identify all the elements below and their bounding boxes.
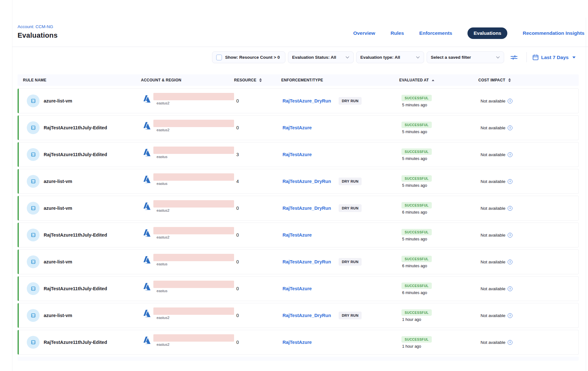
sort-icon[interactable] (508, 78, 511, 82)
rule-name: RajTestAzure11thJuly-Edited (44, 152, 107, 157)
cost-impact-cell: Not available i (480, 169, 578, 193)
rule-name: RajTestAzure11thJuly-Edited (44, 125, 107, 130)
azure-icon (142, 121, 152, 132)
enforcement-link[interactable]: RajTestAzure (283, 125, 339, 130)
info-icon[interactable]: i (508, 233, 512, 238)
enforcement-link[interactable]: RajTestAzure_DryRun (283, 259, 339, 264)
col-cost-impact[interactable]: COST IMPACT (478, 78, 579, 82)
info-icon[interactable]: i (508, 152, 512, 157)
enforcement-cell: RajTestAzure (283, 223, 401, 247)
enforcement-link[interactable]: RajTestAzure_DryRun (283, 206, 339, 211)
evaluation-type-value: Evaluation type: All (360, 55, 400, 60)
info-icon[interactable]: i (508, 206, 512, 211)
enforcement-cell: RajTestAzure (283, 330, 401, 354)
status-badge: SUCCESSFUL (401, 148, 432, 155)
table-row[interactable]: {:} azure-list-vm eastus 4 RajTestAzure_… (18, 169, 579, 194)
enforcement-link[interactable]: RajTestAzure (283, 232, 339, 238)
table-row[interactable]: {:} RajTestAzure11thJuly-Edited eastus 0… (18, 276, 579, 301)
table-row[interactable]: {:} azure-list-vm eastus2 0 RajTestAzure… (18, 88, 579, 113)
cost-impact-cell: Not available i (480, 223, 578, 247)
table-row[interactable]: {:} RajTestAzure11thJuly-Edited eastus 3… (18, 142, 579, 167)
enforcement-link[interactable]: RajTestAzure (283, 340, 339, 345)
evaluated-at-cell: SUCCESSFUL 5 minutes ago (401, 89, 480, 113)
status-badge: SUCCESSFUL (401, 175, 432, 182)
breadcrumb[interactable]: Account: CCM-NG (18, 24, 53, 29)
nav-evaluations-active[interactable]: Evaluations (467, 27, 507, 39)
region-label: eastus2 (157, 101, 234, 105)
info-icon[interactable]: i (508, 340, 512, 345)
rule-icon: {:} (27, 309, 40, 322)
azure-icon (142, 282, 152, 293)
evaluated-at-cell: SUCCESSFUL 5 minutes ago (401, 142, 480, 167)
scroll-track-edge (586, 18, 586, 371)
nav-rules[interactable]: Rules (391, 30, 404, 36)
page-title: Evaluations (18, 31, 58, 40)
redacted-account-name (153, 254, 234, 261)
filter-settings-button[interactable] (510, 53, 518, 62)
nav-enforcements[interactable]: Enforcements (419, 30, 452, 36)
info-icon[interactable]: i (508, 125, 512, 130)
enforcement-link[interactable]: RajTestAzure_DryRun (283, 313, 339, 318)
cost-impact-cell: Not available i (480, 303, 578, 328)
filter-divider (526, 52, 527, 62)
rule-name-cell: {:} RajTestAzure11thJuly-Edited (19, 223, 142, 247)
nav-recommendation-insights[interactable]: Recommendation Insights (523, 30, 584, 36)
top-nav: Overview Rules Enforcements Evaluations … (353, 27, 584, 39)
info-icon[interactable]: i (508, 99, 512, 103)
evaluated-at-cell: SUCCESSFUL 5 minutes ago (401, 223, 480, 247)
resource-count-cell: 0 (235, 330, 283, 354)
col-resource[interactable]: RESOURCE (234, 78, 281, 82)
table-row[interactable]: {:} RajTestAzure11thJuly-Edited eastus2 … (18, 223, 579, 247)
table-footer (18, 357, 579, 361)
info-icon[interactable]: i (508, 313, 512, 318)
enforcement-link[interactable]: RajTestAzure_DryRun (283, 179, 339, 184)
enforcement-link[interactable]: RajTestAzure (283, 152, 339, 157)
resource-count-filter[interactable]: Show: Resource Count > 0 (212, 51, 285, 63)
table-row[interactable]: {:} RajTestAzure11thJuly-Edited eastus2 … (18, 115, 579, 140)
evaluated-at-cell: SUCCESSFUL 5 minutes ago (401, 169, 480, 193)
table-row[interactable]: {:} azure-list-vm eastus 0 RajTestAzure_… (18, 249, 579, 274)
enforcement-cell: RajTestAzure_DryRun DRY RUN (283, 196, 401, 220)
evaluation-type-dropdown[interactable]: Evaluation type: All (356, 51, 424, 63)
account-region-cell: eastus2 (142, 116, 235, 140)
evaluation-status-dropdown[interactable]: Evaluation Status: All (288, 51, 354, 63)
cost-impact-cell: Not available i (480, 89, 578, 113)
col-rule-name: RULE NAME (18, 78, 141, 82)
redacted-account-name (153, 147, 234, 154)
date-range-picker[interactable]: Last 7 Days (533, 51, 576, 63)
account-region-cell: eastus2 (142, 330, 235, 354)
info-icon[interactable]: i (508, 260, 512, 264)
cost-impact-value: Not available (481, 313, 505, 318)
info-icon[interactable]: i (508, 179, 512, 184)
sort-icon[interactable] (259, 78, 262, 82)
evaluated-time: 5 minutes ago (402, 103, 427, 107)
resource-count-checkbox[interactable] (216, 55, 222, 60)
svg-text:{:}: {:} (32, 261, 35, 263)
info-icon[interactable]: i (508, 286, 512, 291)
sort-asc-icon[interactable] (432, 80, 434, 81)
evaluation-status-value: Evaluation Status: All (292, 55, 336, 60)
svg-text:{:}: {:} (32, 288, 35, 290)
cost-impact-value: Not available (481, 206, 505, 211)
enforcement-link[interactable]: RajTestAzure (283, 286, 339, 291)
evaluated-time: 5 minutes ago (402, 156, 427, 161)
table-row[interactable]: {:} azure-list-vm eastus2 0 RajTestAzure… (18, 303, 579, 328)
evaluated-time: 5 minutes ago (402, 130, 427, 134)
table-row[interactable]: {:} azure-list-vm eastus2 0 RajTestAzure… (18, 196, 579, 221)
svg-text:{:}: {:} (32, 341, 35, 344)
rule-icon: {:} (27, 282, 40, 295)
account-region-cell: eastus2 (142, 89, 235, 113)
evaluated-time: 5 minutes ago (402, 183, 427, 188)
col-evaluated-at[interactable]: EVALUATED AT (399, 78, 478, 82)
saved-filter-dropdown[interactable]: Select a saved filter (427, 51, 504, 63)
rule-name: RajTestAzure11thJuly-Edited (44, 340, 107, 345)
account-region-cell: eastus (142, 142, 235, 167)
resource-count: 0 (236, 259, 239, 264)
enforcement-link[interactable]: RajTestAzure_DryRun (283, 98, 339, 103)
region-label: eastus (157, 182, 234, 185)
status-badge: SUCCESSFUL (401, 336, 432, 343)
nav-overview[interactable]: Overview (353, 30, 375, 36)
table-header-row: RULE NAME ACCOUNT & REGION RESOURCE ENFO… (18, 74, 579, 86)
cost-impact-value: Not available (481, 99, 505, 103)
table-row[interactable]: {:} RajTestAzure11thJuly-Edited eastus2 … (18, 330, 579, 355)
